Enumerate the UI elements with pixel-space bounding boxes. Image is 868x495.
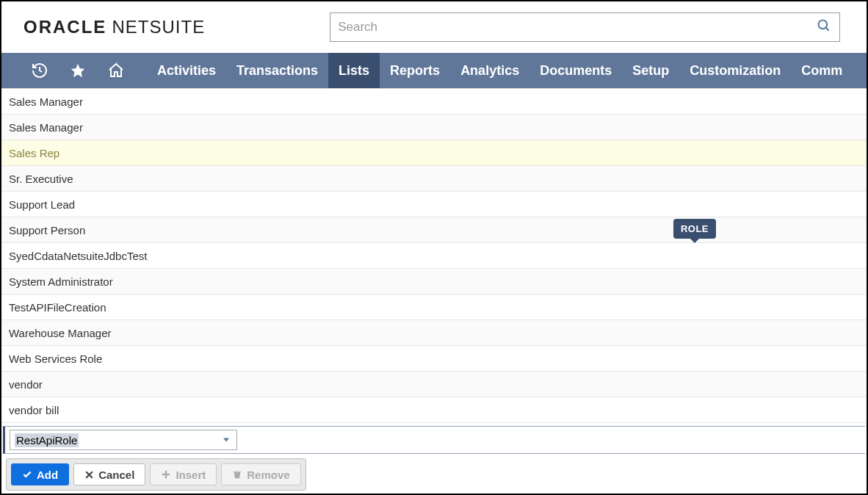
main-nav: Activities Transactions Lists Reports An… [1,53,867,88]
nav-lists[interactable]: Lists [328,53,380,88]
add-button[interactable]: Add [11,463,69,485]
search-container [330,12,840,42]
svg-point-0 [819,21,828,29]
logo: ORACLE NETSUITE [23,17,205,37]
list-item[interactable]: TestAPIFileCreation [1,295,867,320]
nav-analytics[interactable]: Analytics [450,53,529,88]
list-item[interactable]: Sales Manager [1,89,867,115]
nav-reports[interactable]: Reports [380,53,450,88]
svg-line-1 [826,28,829,31]
trash-icon [232,469,242,480]
role-input-row: RestApiRole [3,426,865,454]
role-select[interactable]: RestApiRole [10,430,237,450]
list-item[interactable]: Sales Rep [1,140,867,166]
insert-button-label: Insert [176,469,206,481]
home-icon[interactable] [100,53,132,88]
nav-customization[interactable]: Customization [679,53,791,88]
history-icon[interactable] [23,53,56,88]
nav-documents[interactable]: Documents [529,53,622,88]
list-item[interactable]: Support Lead [1,192,867,217]
check-icon [22,469,32,480]
list-item[interactable]: SyedCdataNetsuiteJdbcTest [1,243,867,269]
close-icon [84,470,94,480]
logo-oracle: ORACLE [23,17,106,37]
role-tooltip: ROLE [673,219,716,239]
list-item[interactable]: Sales Manager [1,115,867,140]
list-item[interactable]: Web Services Role [1,346,867,372]
nav-transactions[interactable]: Transactions [226,53,328,88]
insert-button: Insert [150,463,217,485]
list-item[interactable]: System Administrator [1,269,867,295]
list-item[interactable]: Sr. Executive [1,166,867,192]
remove-button: Remove [221,463,300,485]
list-item[interactable]: Support Person [1,217,867,243]
remove-button-label: Remove [247,469,289,481]
star-icon[interactable] [62,53,94,88]
search-icon[interactable] [817,18,831,36]
chevron-down-icon [222,434,231,447]
actions-toolbar: Add Cancel Insert Remove [6,458,306,491]
plus-icon [161,469,171,480]
cancel-button-label: Cancel [98,469,134,481]
list-item[interactable]: Warehouse Manager [1,320,867,346]
list-item[interactable]: vendor bill [1,397,867,423]
logo-netsuite: NETSUITE [112,17,206,37]
role-select-value: RestApiRole [15,433,79,447]
header: ORACLE NETSUITE [1,1,867,53]
svg-marker-2 [71,64,84,77]
list-item[interactable]: vendor [1,372,867,397]
nav-setup[interactable]: Setup [622,53,679,88]
add-button-label: Add [37,469,58,481]
svg-marker-3 [223,438,229,442]
nav-activities[interactable]: Activities [147,53,226,88]
search-input[interactable] [330,12,840,42]
cancel-button[interactable]: Cancel [73,463,145,485]
role-list: Sales Manager Sales Manager Sales Rep Sr… [1,88,867,423]
nav-commerce[interactable]: Comm [791,53,853,88]
